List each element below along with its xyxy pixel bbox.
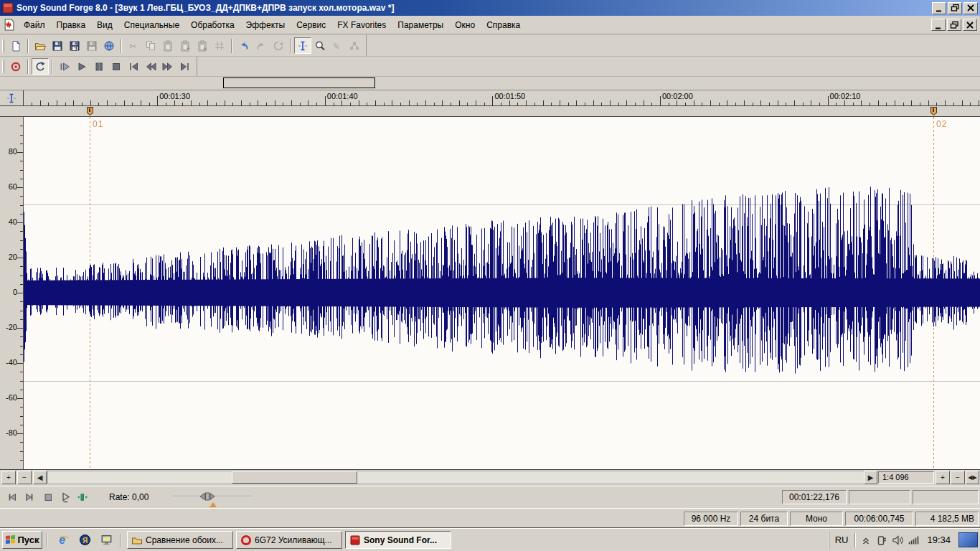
menu-item--[interactable]: Эффекты bbox=[240, 18, 291, 32]
time-ruler[interactable]: 00:01:3000:01:4000:01:5000:02:0000:02:10 bbox=[0, 90, 980, 106]
scrollbar-track[interactable] bbox=[47, 471, 864, 484]
zoom-ratio-display[interactable]: 1:4 096 bbox=[878, 471, 934, 484]
title-bar: Sony Sound Forge 8.0 - [Звук 1 Лев.ГБЦ_Б… bbox=[0, 0, 980, 16]
event-tool-button[interactable] bbox=[346, 37, 363, 54]
paste-mix-button[interactable] bbox=[176, 37, 194, 54]
cut-button[interactable]: ✂ bbox=[125, 37, 142, 54]
tray-power[interactable] bbox=[876, 534, 887, 546]
magnify-tool-icon bbox=[314, 40, 326, 52]
toolbar-grip[interactable] bbox=[2, 39, 4, 52]
open-folder-button[interactable] bbox=[32, 37, 49, 54]
start-button[interactable]: Пуск bbox=[2, 531, 42, 549]
pb-play-icon bbox=[60, 491, 71, 503]
zoom-in-vertical-button[interactable]: + bbox=[1, 471, 16, 484]
scrollbar-thumb[interactable] bbox=[232, 471, 357, 484]
quick-launch-punto-switcher[interactable]: Я bbox=[76, 532, 93, 549]
menu-item--[interactable]: Справка bbox=[481, 18, 526, 32]
menu-item-fx-favorites[interactable]: FX Favorites bbox=[331, 18, 392, 32]
pb-position-button[interactable] bbox=[75, 489, 90, 505]
desktop-preview-icon[interactable] bbox=[958, 532, 978, 547]
horizontal-scroll-zoom-bar: + − ◀ ▶ 1:4 096 + − ◀▶ bbox=[0, 469, 980, 486]
save-all-button[interactable] bbox=[83, 37, 100, 54]
restore-button[interactable] bbox=[948, 2, 962, 14]
close-button[interactable] bbox=[963, 2, 978, 14]
loop-playback-button[interactable] bbox=[32, 58, 49, 75]
go-to-start-button[interactable] bbox=[125, 58, 142, 75]
task-button-sound-forge[interactable]: Sony Sound For... bbox=[345, 531, 451, 549]
record-button[interactable] bbox=[7, 58, 24, 75]
marker-handle-01[interactable] bbox=[87, 107, 93, 116]
save-as-button[interactable]: ? bbox=[66, 37, 83, 54]
task-button-label: Sony Sound For... bbox=[364, 535, 437, 545]
go-to-end-button[interactable] bbox=[176, 58, 194, 75]
scroll-right-button[interactable]: ▶ bbox=[864, 471, 877, 484]
marker-handle-02[interactable] bbox=[930, 107, 937, 116]
overview-bar[interactable] bbox=[0, 77, 980, 90]
repeat-button[interactable] bbox=[270, 37, 287, 54]
menu-item--[interactable]: Специальные bbox=[118, 18, 185, 32]
trim-button[interactable] bbox=[211, 37, 228, 54]
windows-logo-icon bbox=[6, 535, 16, 545]
menu-item--[interactable]: Вид bbox=[91, 18, 118, 32]
zoom-out-time-button[interactable]: − bbox=[951, 471, 965, 484]
close-button[interactable] bbox=[963, 19, 977, 31]
taskbar-clock[interactable]: 19:34 bbox=[927, 534, 951, 545]
tray-hidden-icons-chevron[interactable] bbox=[860, 534, 872, 546]
undo-icon bbox=[238, 40, 250, 52]
menu-item--[interactable]: Параметры bbox=[392, 18, 449, 32]
zoom-in-time-button[interactable]: + bbox=[936, 471, 950, 484]
task-button-folder[interactable]: Сравнение обоих... bbox=[127, 531, 233, 549]
menu-item--[interactable]: Обработка bbox=[185, 18, 240, 32]
undo-button[interactable] bbox=[235, 37, 253, 54]
paste-to-new-button[interactable] bbox=[194, 37, 211, 54]
go-to-start-icon bbox=[128, 61, 139, 72]
magnify-tool-button[interactable] bbox=[311, 37, 329, 54]
restore-button[interactable] bbox=[947, 19, 961, 31]
zoom-fit-button[interactable]: ◀▶ bbox=[966, 471, 979, 484]
sound-forge-icon bbox=[349, 534, 361, 546]
quick-launch-internet-explorer[interactable]: e bbox=[55, 532, 72, 549]
waveform-canvas[interactable] bbox=[24, 117, 980, 469]
minimize-button[interactable] bbox=[932, 2, 946, 14]
task-button-opera[interactable]: 6G72 Усиливающ... bbox=[236, 531, 342, 549]
pb-stop-button[interactable] bbox=[40, 489, 56, 505]
pb-go-to-start-button[interactable] bbox=[4, 489, 20, 505]
stop-button[interactable] bbox=[108, 58, 125, 75]
copy-button[interactable] bbox=[142, 37, 159, 54]
edit-tool-button[interactable] bbox=[294, 37, 311, 54]
pb-play-button[interactable] bbox=[57, 489, 73, 505]
waveform-view[interactable]: 0102 bbox=[24, 117, 980, 469]
overview-view-indicator[interactable] bbox=[223, 77, 375, 88]
tray-network-signal[interactable] bbox=[908, 534, 919, 546]
save-button[interactable] bbox=[49, 37, 66, 54]
forward-button[interactable] bbox=[159, 58, 176, 75]
scroll-left-button[interactable]: ◀ bbox=[33, 471, 47, 484]
play-button[interactable] bbox=[73, 58, 90, 75]
redo-button[interactable] bbox=[253, 37, 270, 54]
new-document-button[interactable] bbox=[7, 37, 24, 54]
quick-launch-display[interactable] bbox=[98, 532, 115, 549]
menu-item--[interactable]: Правка bbox=[51, 18, 92, 32]
minimize-button[interactable] bbox=[931, 19, 946, 31]
edit-tool-indicator[interactable] bbox=[0, 90, 24, 105]
app-window-icon[interactable] bbox=[2, 2, 14, 14]
pb-go-to-end-button[interactable] bbox=[22, 489, 37, 505]
rewind-button[interactable] bbox=[142, 58, 159, 75]
publish-web-button[interactable] bbox=[100, 37, 118, 54]
rewind-icon bbox=[145, 61, 156, 72]
amplitude-ruler[interactable]: 806040200-20-40-60-80 bbox=[0, 117, 24, 469]
menu-item--[interactable]: Окно bbox=[449, 18, 481, 32]
start-label: Пуск bbox=[18, 534, 39, 545]
pause-button[interactable] bbox=[90, 58, 108, 75]
marker-bar[interactable] bbox=[0, 106, 980, 117]
language-indicator[interactable]: RU bbox=[835, 534, 849, 545]
paste-button[interactable] bbox=[159, 37, 176, 54]
menu-item--[interactable]: Файл bbox=[18, 18, 51, 32]
toolbar-grip[interactable] bbox=[2, 60, 4, 73]
tray-volume[interactable] bbox=[892, 534, 903, 546]
quick-launch: eЯ bbox=[52, 532, 117, 549]
play-all-button[interactable] bbox=[56, 58, 73, 75]
pencil-tool-button[interactable]: ✎ bbox=[329, 37, 346, 54]
menu-item--[interactable]: Сервис bbox=[291, 18, 331, 32]
zoom-out-vertical-button[interactable]: − bbox=[17, 471, 32, 484]
